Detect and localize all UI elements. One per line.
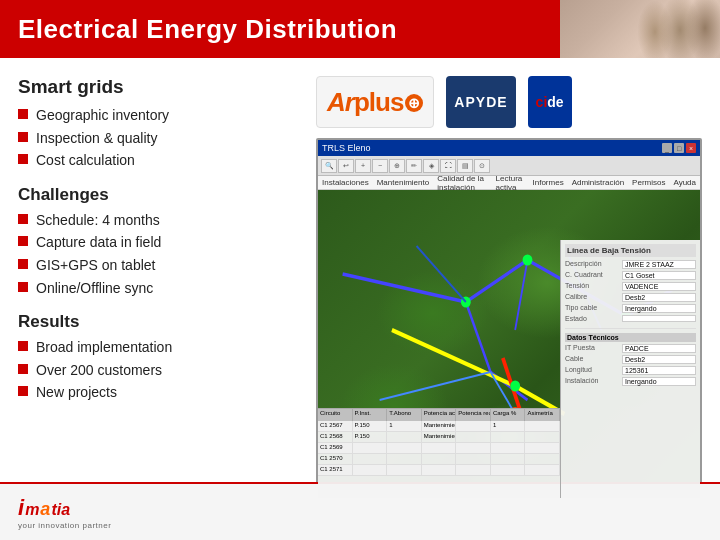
td-cell bbox=[491, 454, 526, 464]
toolbar-btn-7[interactable]: ◈ bbox=[423, 159, 439, 173]
panel-sub-title: Datos Técnicos bbox=[565, 333, 696, 342]
td-cell bbox=[491, 443, 526, 453]
svg-point-13 bbox=[510, 380, 520, 391]
svg-line-4 bbox=[466, 302, 491, 372]
td-cell bbox=[525, 465, 560, 475]
td-cell: C1 2570 bbox=[318, 454, 353, 464]
th-asimetria: Asimetría bbox=[525, 409, 560, 421]
cide-text: cide bbox=[536, 94, 564, 110]
smart-grids-list: Geographic inventory Inspection & qualit… bbox=[18, 106, 298, 171]
menu-item-lectura[interactable]: Lectura activa bbox=[496, 174, 525, 192]
list-item: Capture data in field bbox=[18, 233, 298, 253]
menu-item-admin[interactable]: Administración bbox=[572, 178, 624, 187]
td-cell bbox=[456, 454, 491, 464]
main-content: Smart grids Geographic inventory Inspect… bbox=[0, 58, 720, 500]
svg-line-1 bbox=[466, 260, 528, 302]
toolbar-btn-1[interactable]: 🔍 bbox=[321, 159, 337, 173]
toolbar-btn-5[interactable]: ⊕ bbox=[389, 159, 405, 173]
td-cell bbox=[491, 465, 526, 475]
toolbar-btn-9[interactable]: ▤ bbox=[457, 159, 473, 173]
list-item: Geographic inventory bbox=[18, 106, 298, 126]
td-cell: Mantenimiento bbox=[422, 421, 457, 431]
td-cell bbox=[525, 443, 560, 453]
field-value-desc: JMRE 2 STAAZ bbox=[622, 260, 696, 269]
minimize-button[interactable]: _ bbox=[662, 143, 672, 153]
header-photo-overlay bbox=[560, 0, 720, 58]
bullet-icon bbox=[18, 236, 28, 246]
map-titlebar: TRLS Eleno _ □ × bbox=[318, 140, 700, 156]
logo-letter-i: i bbox=[18, 495, 24, 521]
smart-grid-item-1: Geographic inventory bbox=[36, 106, 169, 126]
challenges-list: Schedule: 4 months Capture data in field… bbox=[18, 211, 298, 298]
menu-item-calidad[interactable]: Calidad de la instalación bbox=[437, 174, 487, 192]
toolbar-btn-4[interactable]: − bbox=[372, 159, 388, 173]
toolbar-btn-2[interactable]: ↩ bbox=[338, 159, 354, 173]
field-label-t2: Cable bbox=[565, 355, 620, 364]
header-photo bbox=[560, 0, 720, 58]
th-carga: Carga % bbox=[491, 409, 526, 421]
results-title: Results bbox=[18, 312, 298, 332]
toolbar-btn-3[interactable]: + bbox=[355, 159, 371, 173]
th-tabono: T.Abono bbox=[387, 409, 422, 421]
toolbar-btn-6[interactable]: ✏ bbox=[406, 159, 422, 173]
td-cell: Mantenimiento bbox=[422, 432, 457, 442]
maximize-button[interactable]: □ bbox=[674, 143, 684, 153]
map-menubar: Instalaciones Mantenimiento Calidad de l… bbox=[318, 176, 700, 190]
menu-item-permisos[interactable]: Permisos bbox=[632, 178, 665, 187]
right-panel: Arplus ⊕ APYDE cide TRLS Eleno _ □ × bbox=[316, 76, 702, 500]
close-button[interactable]: × bbox=[686, 143, 696, 153]
menu-item-instalaciones[interactable]: Instalaciones bbox=[322, 178, 369, 187]
td-cell: 1 bbox=[491, 421, 526, 431]
panel-field-estado: Estado bbox=[565, 315, 696, 322]
panel-field-calibre: Calibre Desb2 bbox=[565, 293, 696, 302]
header: Electrical Energy Distribution bbox=[0, 0, 720, 58]
challenge-item-1: Schedule: 4 months bbox=[36, 211, 160, 231]
field-label-t3: Longitud bbox=[565, 366, 620, 375]
logo-letter-tia: tia bbox=[51, 501, 70, 519]
panel-field-t4: Instalación Inergando bbox=[565, 377, 696, 386]
map-toolbar: 🔍 ↩ + − ⊕ ✏ ◈ ⛶ ▤ ⊙ bbox=[318, 156, 700, 176]
menu-item-informes[interactable]: Informes bbox=[533, 178, 564, 187]
td-cell bbox=[387, 443, 422, 453]
toolbar-btn-10[interactable]: ⊙ bbox=[474, 159, 490, 173]
bullet-icon bbox=[18, 214, 28, 224]
panel-field-t2: Cable Desb2 bbox=[565, 355, 696, 364]
result-item-2: Over 200 customers bbox=[36, 361, 162, 381]
results-list: Broad implementation Over 200 customers … bbox=[18, 338, 298, 403]
menu-item-ayuda[interactable]: Ayuda bbox=[673, 178, 696, 187]
th-pactiva: Potencia activa bbox=[422, 409, 457, 421]
td-cell bbox=[525, 432, 560, 442]
list-item: Online/Offline sync bbox=[18, 279, 298, 299]
td-cell: C1 2568 bbox=[318, 432, 353, 442]
td-cell bbox=[456, 432, 491, 442]
panel-field-tension: Tensión VADENCE bbox=[565, 282, 696, 291]
bullet-icon bbox=[18, 259, 28, 269]
td-cell bbox=[456, 465, 491, 475]
field-label-t4: Instalación bbox=[565, 377, 620, 386]
menu-item-mantenimiento[interactable]: Mantenimiento bbox=[377, 178, 429, 187]
result-item-3: New projects bbox=[36, 383, 117, 403]
map-container: TRLS Eleno _ □ × Instalaciones Mantenimi… bbox=[316, 138, 702, 500]
imatia-logo-text: i m a tia bbox=[18, 495, 111, 521]
field-label-estado: Estado bbox=[565, 315, 620, 322]
th-preactiva: Potencia reactiva bbox=[456, 409, 491, 421]
svg-line-0 bbox=[343, 274, 466, 302]
map-title-text: TRLS Eleno bbox=[322, 143, 371, 153]
svg-line-6 bbox=[515, 260, 527, 330]
table-header-row: Circuito P.Inst. T.Abono Potencia activa… bbox=[318, 409, 560, 421]
map-side-panel: Línea de Baja Tensión Descripción JMRE 2… bbox=[560, 240, 700, 498]
td-cell bbox=[422, 465, 457, 475]
logo-tagline: your innovation partner bbox=[18, 521, 111, 530]
bullet-icon bbox=[18, 109, 28, 119]
bullet-icon bbox=[18, 364, 28, 374]
field-value-t2: Desb2 bbox=[622, 355, 696, 364]
td-cell: P.150 bbox=[353, 421, 388, 431]
toolbar-btn-8[interactable]: ⛶ bbox=[440, 159, 456, 173]
td-cell bbox=[525, 454, 560, 464]
td-cell: P.150 bbox=[353, 432, 388, 442]
svg-line-7 bbox=[392, 330, 515, 386]
td-cell: 1 bbox=[387, 421, 422, 431]
field-value-cable: Inergando bbox=[622, 304, 696, 313]
field-value-estado bbox=[622, 315, 696, 322]
panel-field-cable: Tipo cable Inergando bbox=[565, 304, 696, 313]
